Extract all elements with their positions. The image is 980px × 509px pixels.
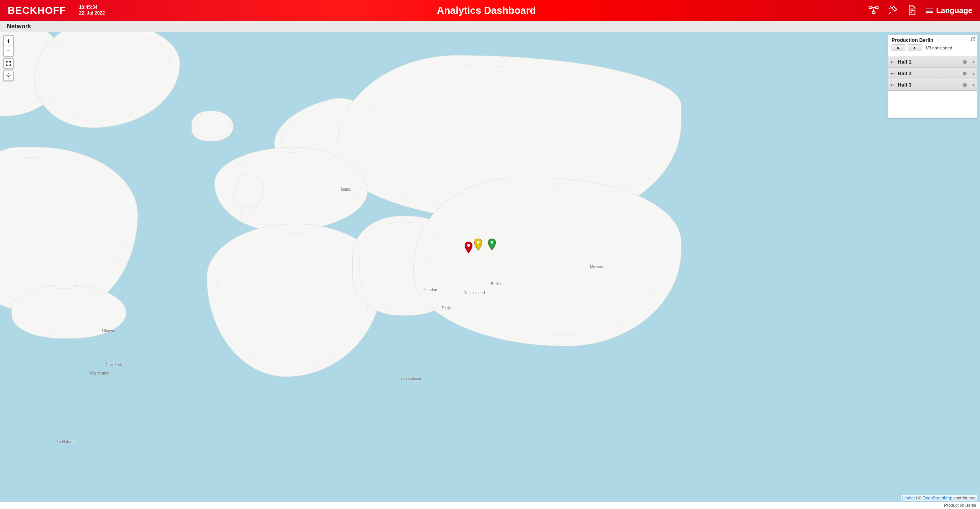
brand-logo: BECKHOFF <box>8 5 66 16</box>
map-area[interactable]: + − Leaflet | © OpenStreetMap contributo… <box>0 32 980 502</box>
hall-label: Hall 1 <box>898 59 960 65</box>
flag-icon <box>926 8 933 13</box>
panel-spacer <box>888 91 977 118</box>
map-land <box>191 111 234 141</box>
map-city-label: Ottawa <box>102 329 114 333</box>
locate-button[interactable] <box>3 70 14 81</box>
pin-yellow[interactable] <box>474 239 482 250</box>
hall-signal-icon: ⇠ <box>888 82 898 88</box>
map-city-label: Москва <box>590 265 603 269</box>
osm-link[interactable]: OpenStreetMap <box>923 496 952 500</box>
map-city-label: Deutschland <box>464 291 485 295</box>
header-tools: Language <box>868 5 972 16</box>
map-city-label: Ísland <box>341 187 351 191</box>
pin-green-berlin[interactable] <box>488 239 496 250</box>
svg-point-4 <box>467 244 470 247</box>
stop-button[interactable]: ■ <box>908 44 921 51</box>
hall-row[interactable]: ⇠ Hall 3 › <box>888 79 977 91</box>
svg-point-5 <box>477 241 480 244</box>
svg-rect-0 <box>869 7 872 9</box>
header-timestamp: 10:45:34 22. Jul 2022 <box>79 5 105 16</box>
language-selector[interactable]: Language <box>926 6 972 15</box>
zoom-controls: + − <box>3 35 14 57</box>
hall-row[interactable]: ⇠ Hall 1 › <box>888 56 977 68</box>
svg-rect-2 <box>872 12 875 14</box>
map-city-label: New York <box>106 363 122 367</box>
breadcrumb-bar: Network <box>0 21 980 32</box>
map-land <box>413 178 681 346</box>
panel-header: Production Berlin ▶ ■ 3/3 not started <box>888 35 977 53</box>
hall-list: ⇠ Hall 1 › ⇠ Hall 2 › ⇠ Hall 3 › <box>888 56 977 91</box>
footer-breadcrumb: Production Berlin <box>0 502 980 509</box>
svg-point-3 <box>8 75 9 77</box>
zoom-out-button[interactable]: − <box>4 46 13 56</box>
hall-status-dot <box>960 68 969 79</box>
chevron-right-icon[interactable]: › <box>969 68 977 79</box>
header-time: 10:45:34 <box>79 5 105 10</box>
pin-red[interactable] <box>465 242 472 253</box>
header-date: 22. Jul 2022 <box>79 10 105 16</box>
popout-icon[interactable] <box>970 36 976 42</box>
flow-icon[interactable] <box>868 5 879 16</box>
map-city-label: Berlin <box>491 282 501 286</box>
chevron-right-icon[interactable]: › <box>969 79 977 90</box>
hall-row[interactable]: ⇠ Hall 2 › <box>888 68 977 79</box>
svg-point-6 <box>491 241 493 244</box>
leaflet-link[interactable]: Leaflet <box>902 496 915 500</box>
map-city-label: Casablanca <box>401 376 421 381</box>
map-city-label: Washington <box>89 371 109 375</box>
panel-status: 3/3 not started <box>925 46 952 50</box>
page-title: Analytics Dashboard <box>105 5 868 16</box>
play-button[interactable]: ▶ <box>892 44 905 51</box>
site-panel: Production Berlin ▶ ■ 3/3 not started ⇠ … <box>887 34 978 118</box>
hall-status-dot <box>960 79 969 90</box>
app-header: BECKHOFF 10:45:34 22. Jul 2022 Analytics… <box>0 0 980 21</box>
report-icon[interactable] <box>906 5 917 16</box>
hall-label: Hall 2 <box>898 70 960 76</box>
map-city-label: La Habana <box>57 440 75 444</box>
tools-icon[interactable] <box>887 5 898 16</box>
panel-title: Production Berlin <box>892 37 973 43</box>
map-city-label: London <box>424 288 437 292</box>
map-attribution: Leaflet | © OpenStreetMap contributors <box>901 495 977 501</box>
language-label: Language <box>936 6 972 15</box>
breadcrumb-title: Network <box>7 23 31 30</box>
map-city-label: Paris <box>442 306 451 310</box>
chevron-right-icon[interactable]: › <box>969 56 977 67</box>
zoom-in-button[interactable]: + <box>4 36 13 46</box>
svg-rect-1 <box>875 7 878 9</box>
hall-status-dot <box>960 56 969 67</box>
hall-label: Hall 3 <box>898 82 960 88</box>
hall-signal-icon: ⇠ <box>888 71 898 76</box>
fullscreen-button[interactable] <box>3 58 14 69</box>
hall-signal-icon: ⇠ <box>888 59 898 65</box>
